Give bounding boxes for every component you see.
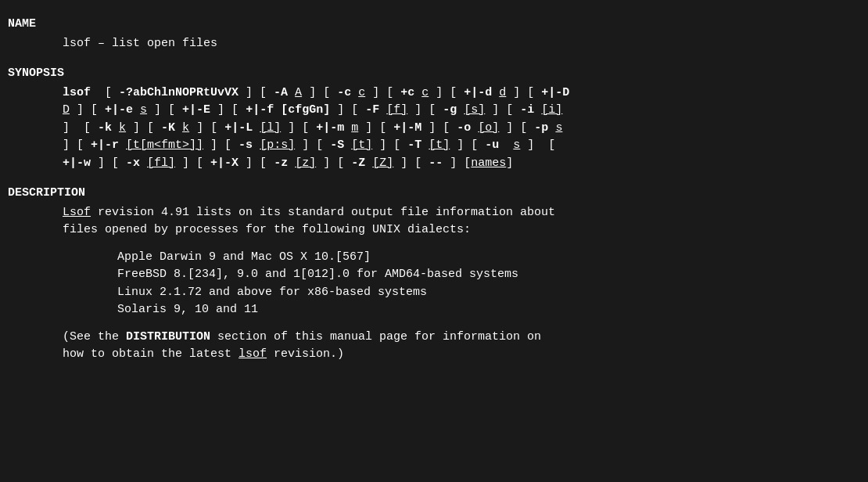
name-section: NAME lsof – list open files [8, 16, 860, 52]
synopsis-line-5: +|-w ] [ -x [fl] ] [ +|-X ] [ -z [z] ] [… [8, 155, 860, 173]
synopsis-line-4: ] [ +|-r [t[m<fmt>]] ] [ -s [p:s] ] [ -S… [8, 137, 860, 155]
list-item-3: Linux 2.1.72 and above for x86-based sys… [117, 284, 860, 302]
synopsis-line-2: D ] [ +|-e s ] [ +|-E ] [ +|-f [cfgGn] ]… [8, 102, 860, 120]
name-text: lsof – list open files [63, 37, 217, 50]
description-section: DESCRIPTION Lsof revision 4.91 lists on … [8, 185, 860, 364]
list-item-1: Apple Darwin 9 and Mac OS X 10.[567] [117, 249, 860, 267]
list-item-4: Solaris 9, 10 and 11 [117, 301, 860, 319]
list-item-2: FreeBSD 8.[234], 9.0 and 1[012].0 for AM… [117, 266, 860, 284]
synopsis-title: SYNOPSIS [8, 65, 860, 83]
name-content: lsof – list open files [8, 35, 860, 53]
description-intro: Lsof revision 4.91 lists on its standard… [8, 204, 860, 239]
name-title: NAME [8, 16, 860, 34]
description-list: Apple Darwin 9 and Mac OS X 10.[567] Fre… [8, 249, 860, 319]
description-title: DESCRIPTION [8, 185, 860, 203]
synopsis-line-3: ] [ -k k ] [ -K k ] [ +|-L [l] ] [ +|-m … [8, 120, 860, 138]
synopsis-section: SYNOPSIS lsof [ -?abChlnNOPRtUvVX ] [ -A… [8, 65, 860, 172]
synopsis-line-1: lsof [ -?abChlnNOPRtUvVX ] [ -A A ] [ -c… [8, 85, 860, 103]
see-note: (See the DISTRIBUTION section of this ma… [8, 329, 860, 364]
lsof-ref: Lsof [63, 206, 91, 219]
